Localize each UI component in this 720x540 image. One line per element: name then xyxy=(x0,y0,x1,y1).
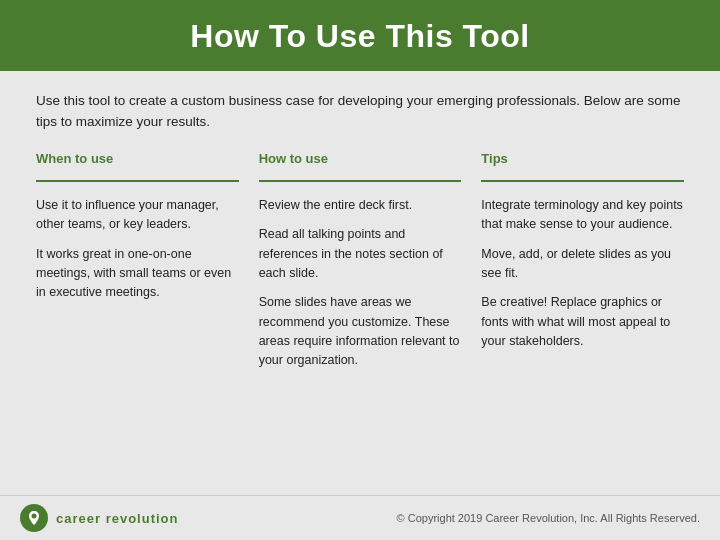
tips-header: Tips xyxy=(481,151,684,170)
when-to-use-divider xyxy=(36,180,239,182)
tips-para-1: Integrate terminology and key points tha… xyxy=(481,196,684,235)
logo-text: career revolution xyxy=(56,511,179,526)
tips-body: Integrate terminology and key points tha… xyxy=(481,196,684,352)
tips-para-3: Be creative! Replace graphics or fonts w… xyxy=(481,293,684,351)
svg-point-1 xyxy=(32,514,37,519)
tips-divider xyxy=(481,180,684,182)
how-para-2: Read all talking points and references i… xyxy=(259,225,462,283)
when-para-1: Use it to influence your manager, other … xyxy=(36,196,239,235)
when-to-use-header: When to use xyxy=(36,151,239,170)
how-to-use-body: Review the entire deck first. Read all t… xyxy=(259,196,462,371)
when-para-2: It works great in one-on-one meetings, w… xyxy=(36,245,239,303)
how-to-use-divider xyxy=(259,180,462,182)
columns-container: When to use Use it to influence your man… xyxy=(36,151,684,381)
page-title: How To Use This Tool xyxy=(40,18,680,55)
when-to-use-body: Use it to influence your manager, other … xyxy=(36,196,239,303)
how-para-1: Review the entire deck first. xyxy=(259,196,462,215)
page-footer: career revolution © Copyright 2019 Caree… xyxy=(0,495,720,540)
how-to-use-column: How to use Review the entire deck first.… xyxy=(249,151,472,381)
content-area: Use this tool to create a custom busines… xyxy=(0,71,720,391)
how-para-3: Some slides have areas we recommend you … xyxy=(259,293,462,371)
how-to-use-header: How to use xyxy=(259,151,462,170)
intro-text: Use this tool to create a custom busines… xyxy=(36,91,684,133)
tips-column: Tips Integrate terminology and key point… xyxy=(471,151,684,381)
tips-para-2: Move, add, or delete slides as you see f… xyxy=(481,245,684,284)
page-header: How To Use This Tool xyxy=(0,0,720,71)
copyright-text: © Copyright 2019 Career Revolution, Inc.… xyxy=(397,512,700,524)
logo-icon xyxy=(20,504,48,532)
when-to-use-column: When to use Use it to influence your man… xyxy=(36,151,249,381)
logo-area: career revolution xyxy=(20,504,179,532)
